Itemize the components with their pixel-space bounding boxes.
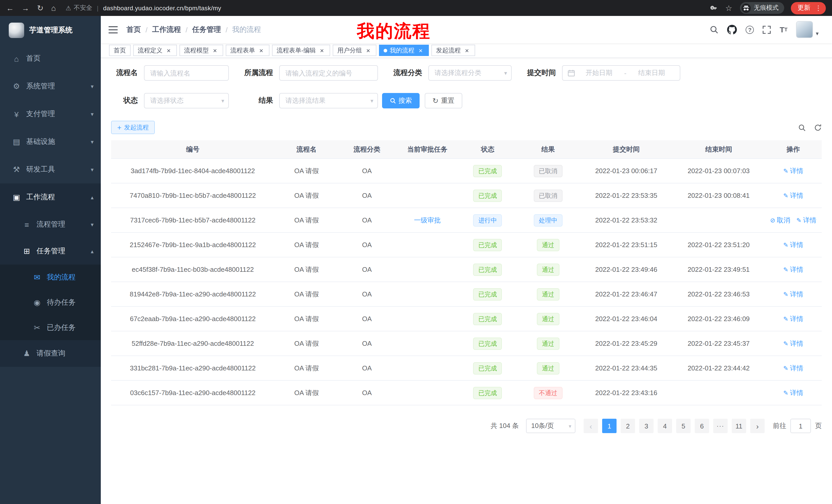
page-button-4[interactable]: 4	[658, 419, 672, 433]
breadcrumb-item[interactable]: 工作流程	[152, 25, 181, 34]
cell-process-name: OA 请假	[275, 240, 339, 249]
back-icon[interactable]: ←	[6, 4, 14, 12]
reset-button[interactable]: ↻ 重置	[425, 93, 462, 108]
fullscreen-icon[interactable]	[762, 25, 771, 34]
help-icon[interactable]: ?	[746, 25, 754, 34]
refresh-icon[interactable]	[814, 123, 822, 131]
status-select[interactable]: 请选择状态 ▾	[144, 93, 229, 108]
tags-view: 首页流程定义×流程模型×流程表单×流程表单-编辑×用户分组×我的流程×发起流程×	[101, 43, 832, 58]
sidebar-item-leave-query[interactable]: ♟请假查询	[0, 340, 101, 367]
close-icon[interactable]: ×	[417, 47, 424, 54]
key-icon[interactable]	[710, 4, 718, 12]
sidebar-item-system-management[interactable]: ⚙系统管理▾	[0, 73, 101, 100]
home-icon: ⌂	[11, 54, 22, 63]
address-bar[interactable]: ⚠ 不安全 | dashboard.yudao.iocoder.cn/bpm/t…	[66, 4, 221, 12]
detail-link[interactable]: ✎详情	[783, 240, 803, 249]
page-button-6[interactable]: 6	[695, 419, 709, 433]
filter-field-result: 结果 请选择流结果 ▾	[244, 93, 378, 108]
result-tag: 通过	[537, 239, 560, 251]
result-select[interactable]: 请选择流结果 ▾	[279, 93, 378, 108]
sidebar-item-workflow[interactable]: ▣工作流程▴	[0, 184, 101, 211]
tab-process-model[interactable]: 流程模型×	[179, 45, 223, 56]
detail-link[interactable]: ✎详情	[783, 314, 803, 324]
next-page-button[interactable]: ›	[750, 419, 765, 433]
tab-process-form[interactable]: 流程表单×	[226, 45, 269, 56]
incognito-label: 无痕模式	[754, 4, 779, 12]
tab-start-process[interactable]: 发起流程×	[432, 45, 475, 56]
detail-link[interactable]: ✎详情	[783, 289, 803, 299]
tab-home[interactable]: 首页	[109, 45, 131, 56]
page-jump-input[interactable]	[790, 419, 811, 433]
page-button-2[interactable]: 2	[621, 419, 635, 433]
sidebar-item-process-management[interactable]: ≡流程管理▾	[0, 211, 101, 238]
update-button[interactable]: 更新 ⋮	[791, 2, 826, 14]
tab-my-process[interactable]: 我的流程×	[379, 45, 429, 56]
star-icon[interactable]: ☆	[725, 4, 732, 12]
more-pages-button[interactable]: ···	[713, 419, 728, 433]
table-column-header: 流程分类	[338, 145, 395, 154]
security-label: 不安全	[74, 4, 92, 12]
tab-process-form-edit[interactable]: 流程表单-编辑×	[272, 45, 330, 56]
breadcrumb-separator: /	[146, 25, 148, 34]
date-range-picker[interactable]: 开始日期 - 结束日期	[562, 65, 680, 81]
process-name-input[interactable]	[144, 65, 229, 81]
sidebar-item-task-management[interactable]: ⊞任务管理▴	[0, 238, 101, 264]
close-icon[interactable]: ×	[318, 47, 326, 54]
detail-link[interactable]: ✎详情	[783, 363, 803, 373]
page-button-1[interactable]: 1	[602, 419, 617, 433]
cell-result: 已取消	[516, 165, 580, 177]
page-size-select[interactable]: 10条/页 ▾	[526, 419, 575, 433]
page-button-3[interactable]: 3	[639, 419, 654, 433]
current-task-link[interactable]: 一级审批	[414, 216, 441, 224]
tab-label: 流程表单-编辑	[277, 46, 316, 55]
page-button-11[interactable]: 11	[732, 419, 746, 433]
font-size-icon[interactable]: TT	[780, 25, 787, 34]
chevron-down-icon[interactable]: ▾	[816, 30, 818, 37]
forward-icon[interactable]: →	[22, 4, 29, 12]
github-icon[interactable]	[727, 25, 737, 34]
tab-user-group[interactable]: 用户分组×	[333, 45, 376, 56]
chevron-down-icon: ▾	[91, 138, 94, 145]
cell-process-name: OA 请假	[275, 216, 339, 225]
close-icon[interactable]: ×	[365, 47, 372, 54]
detail-link[interactable]: ✎详情	[783, 388, 803, 397]
breadcrumb-item[interactable]: 首页	[127, 25, 141, 34]
sidebar-item-payment-management[interactable]: ¥支付管理▾	[0, 100, 101, 128]
menu-dots-icon[interactable]: ⋮	[815, 4, 822, 12]
reload-icon[interactable]: ↻	[37, 4, 44, 12]
close-icon[interactable]: ×	[258, 47, 265, 54]
sidebar-item-dev-tools[interactable]: ⚒研发工具▾	[0, 156, 101, 184]
sidebar-item-home[interactable]: ⌂首页	[0, 45, 101, 73]
browser-home-icon[interactable]: ⌂	[51, 4, 56, 12]
close-icon[interactable]: ×	[211, 47, 218, 54]
sidebar-item-done-tasks[interactable]: ✂已办任务	[0, 315, 101, 340]
sidebar-item-my-process[interactable]: ✉我的流程	[0, 264, 101, 290]
create-process-button[interactable]: + 发起流程	[111, 121, 155, 134]
breadcrumb-item[interactable]: 任务管理	[192, 25, 221, 34]
detail-link[interactable]: ✎详情	[783, 339, 803, 348]
page-button-5[interactable]: 5	[676, 419, 691, 433]
process-definition-input[interactable]	[279, 65, 378, 81]
hamburger-icon[interactable]	[108, 26, 118, 33]
search-button[interactable]: 搜索	[382, 93, 420, 108]
tab-process-definition[interactable]: 流程定义×	[133, 45, 177, 56]
search-icon[interactable]	[710, 25, 718, 34]
prev-page-button[interactable]: ‹	[583, 419, 598, 433]
sidebar-item-todo-tasks[interactable]: ◉待办任务	[0, 290, 101, 315]
search-toggle-icon[interactable]	[798, 123, 806, 131]
cell-current-task: 一级审批	[395, 216, 460, 225]
close-icon[interactable]: ×	[165, 47, 172, 54]
cancel-link[interactable]: ⊘取消	[770, 216, 790, 225]
close-icon[interactable]: ×	[463, 47, 470, 54]
detail-link[interactable]: ✎详情	[796, 216, 816, 225]
tab-label: 用户分组	[337, 46, 362, 55]
detail-link[interactable]: ✎详情	[783, 166, 803, 175]
detail-link[interactable]: ✎详情	[783, 265, 803, 274]
chevron-up-icon: ▴	[91, 194, 94, 201]
detail-link[interactable]: ✎详情	[783, 191, 803, 200]
sidebar-item-infrastructure[interactable]: ▤基础设施▾	[0, 128, 101, 156]
cell-category: OA	[338, 192, 395, 199]
result-tag: 已取消	[534, 189, 563, 202]
avatar[interactable]	[796, 21, 813, 38]
category-select[interactable]: 请选择流程分类 ▾	[428, 65, 512, 81]
